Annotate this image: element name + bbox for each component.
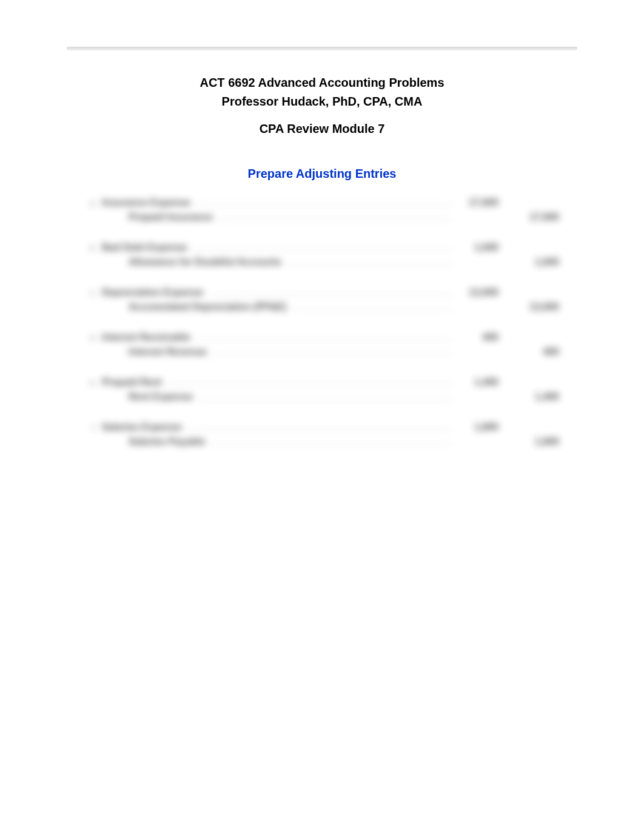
debit-account: Bad Debt Expense: [102, 242, 187, 253]
debit-amount: 1,600: [456, 242, 498, 253]
journal-entry: a Insurance Expense 17,600 0 Prepaid Ins…: [85, 197, 559, 225]
credit-amount-placeholder: 0: [517, 242, 559, 253]
debit-amount-placeholder: 0: [456, 257, 498, 268]
entry-label: a: [85, 198, 95, 208]
credit-account: Rent Expense: [129, 391, 193, 402]
debit-account: Insurance Expense: [102, 197, 190, 208]
leader-dots: [210, 444, 451, 445]
debit-amount-placeholder: 0: [456, 212, 498, 223]
professor-name: Professor Hudack, PhD, CPA, CMA: [0, 95, 644, 109]
leader-dots: [286, 264, 451, 265]
leader-dots: [208, 294, 451, 296]
debit-row: f Salaries Expense 1,800 0: [85, 422, 559, 435]
credit-amount-placeholder: 0: [517, 287, 559, 298]
credit-amount-placeholder: 0: [517, 422, 559, 433]
credit-account: Prepaid Insurance: [129, 212, 213, 223]
debit-row: b Bad Debt Expense 1,600 0: [85, 242, 559, 255]
journal-entry: c Depreciation Expense 13,600 0 Accumula…: [85, 287, 559, 315]
leader-dots: [195, 205, 451, 206]
journal-entry: d Interest Receivable 400 0 Interest Rev…: [85, 332, 559, 360]
entry-label: f: [85, 423, 95, 432]
credit-account: Salaries Payable: [129, 436, 205, 447]
horizontal-divider: [67, 47, 577, 50]
journal-entry: f Salaries Expense 1,800 0 Salaries Paya…: [85, 422, 559, 450]
credit-amount: 17,600: [517, 212, 559, 223]
credit-row: Rent Expense 0 1,400: [85, 391, 559, 405]
leader-dots: [292, 309, 452, 310]
debit-amount-placeholder: 0: [456, 302, 498, 313]
journal-entry: e Prepaid Rent 1,400 0 Rent Expense 0 1,…: [85, 377, 559, 405]
credit-account: Allowance for Doubtful Accounts: [129, 257, 281, 268]
credit-amount: 1,600: [517, 257, 559, 268]
debit-amount: 1,400: [456, 377, 498, 388]
journal-entry: b Bad Debt Expense 1,600 0 Allowance for…: [85, 242, 559, 270]
credit-account: Accumulated Depreciation (PP&E): [129, 302, 287, 313]
credit-row: Interest Revenue 0 400: [85, 347, 559, 360]
credit-amount-placeholder: 0: [517, 332, 559, 343]
debit-amount: 1,800: [456, 422, 498, 433]
credit-amount: 400: [517, 347, 559, 357]
debit-row: e Prepaid Rent 1,400 0: [85, 377, 559, 390]
credit-amount: 1,800: [517, 436, 559, 447]
credit-row: Salaries Payable 0 1,800: [85, 436, 559, 450]
credit-row: Prepaid Insurance 0 17,600: [85, 212, 559, 225]
leader-dots: [167, 384, 451, 385]
leader-dots: [198, 399, 451, 400]
debit-row: d Interest Receivable 400 0: [85, 332, 559, 345]
document-header: ACT 6692 Advanced Accounting Problems Pr…: [0, 76, 644, 136]
debit-amount-placeholder: 0: [456, 391, 498, 402]
debit-row: c Depreciation Expense 13,600 0: [85, 287, 559, 300]
credit-amount-placeholder: 0: [517, 377, 559, 388]
leader-dots: [218, 219, 451, 220]
debit-row: a Insurance Expense 17,600 0: [85, 197, 559, 211]
course-title: ACT 6692 Advanced Accounting Problems: [0, 76, 644, 90]
credit-account: Interest Revenue: [129, 347, 207, 357]
entry-label: e: [85, 378, 95, 387]
debit-amount-placeholder: 0: [456, 436, 498, 447]
adjusting-entries-list: a Insurance Expense 17,600 0 Prepaid Ins…: [85, 197, 559, 467]
section-heading: Prepare Adjusting Entries: [0, 167, 644, 181]
debit-account: Depreciation Expense: [102, 287, 203, 298]
credit-amount: 1,400: [517, 391, 559, 402]
debit-amount: 400: [456, 332, 498, 343]
leader-dots: [212, 354, 451, 355]
leader-dots: [187, 429, 451, 430]
credit-row: Allowance for Doubtful Accounts 0 1,600: [85, 257, 559, 270]
entry-label: b: [85, 243, 95, 252]
leader-dots: [195, 339, 451, 340]
debit-amount: 17,600: [456, 197, 498, 208]
credit-amount-placeholder: 0: [517, 197, 559, 208]
leader-dots: [192, 249, 451, 251]
debit-amount-placeholder: 0: [456, 347, 498, 357]
debit-account: Interest Receivable: [102, 332, 190, 343]
debit-account: Prepaid Rent: [102, 377, 162, 388]
module-title: CPA Review Module 7: [0, 122, 644, 136]
entry-label: c: [85, 288, 95, 297]
debit-amount: 13,600: [456, 287, 498, 298]
credit-amount: 13,600: [517, 302, 559, 313]
debit-account: Salaries Expense: [102, 422, 182, 433]
entry-label: d: [85, 333, 95, 342]
credit-row: Accumulated Depreciation (PP&E) 0 13,600: [85, 302, 559, 315]
